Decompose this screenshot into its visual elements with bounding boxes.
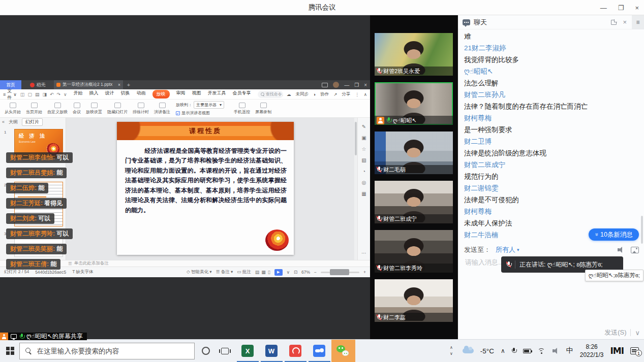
wps-user-avatar[interactable] xyxy=(333,82,339,88)
more-menu-icon[interactable]: ⋮ xyxy=(355,92,359,97)
cloud-sync-icon[interactable]: ☁ xyxy=(287,92,291,97)
start-button[interactable] xyxy=(6,347,14,355)
slide-sorter-icon[interactable]: ▦ xyxy=(261,270,266,275)
tray-expand-icon[interactable]: ∧ xyxy=(501,347,505,354)
volume-icon[interactable] xyxy=(553,348,560,354)
more-tools-icon[interactable]: ⋯ xyxy=(361,250,366,256)
participant-tile[interactable]: 财二李蕊 xyxy=(375,279,453,322)
ribbon-tab[interactable]: 会员专享 xyxy=(233,90,251,98)
comment-button[interactable]: 批注 xyxy=(242,269,251,274)
normal-view-icon[interactable]: ▤ xyxy=(255,270,260,275)
ribbon-tab[interactable]: 审阅 xyxy=(176,90,186,98)
taskbar-app-appgallery[interactable] xyxy=(284,340,308,362)
taskbar-app-word[interactable]: W xyxy=(260,340,284,362)
ribbon-tab[interactable]: 插入 xyxy=(89,90,99,98)
ribbon-button[interactable]: 排练计时 xyxy=(130,102,151,116)
participant-tile[interactable]: ღ☝昭昭↖ xyxy=(375,82,453,125)
scrollbar-thumb[interactable] xyxy=(355,122,357,155)
collab-icon[interactable]: ◑ xyxy=(313,92,316,97)
share-label[interactable]: 分享 xyxy=(342,91,350,97)
ribbon-tab[interactable]: 切换 xyxy=(121,90,130,98)
ribbon-tab[interactable]: 开发工具 xyxy=(208,90,226,98)
print-preview-icon[interactable]: ◨ xyxy=(42,92,47,97)
chat-menu-icon[interactable]: ≡ xyxy=(632,15,644,29)
battery-icon[interactable] xyxy=(523,349,531,353)
ime-logo[interactable]: IMI xyxy=(610,346,624,356)
image-attach-icon[interactable] xyxy=(631,247,639,253)
play-options-icon[interactable]: ∨ xyxy=(287,270,290,275)
wps-minimize-icon[interactable]: — xyxy=(344,82,349,88)
zoom-out-icon[interactable]: − xyxy=(314,270,317,275)
collab-label[interactable]: 协作 xyxy=(320,91,329,97)
ime-indicator[interactable]: 中 xyxy=(566,346,573,355)
undo-icon[interactable]: ↶ xyxy=(50,92,54,97)
participant-tile[interactable]: 财二毛萌 xyxy=(375,131,453,174)
favorites-icon[interactable]: ☆ xyxy=(362,146,366,152)
notes-button[interactable]: 备注 xyxy=(221,269,230,274)
ribbon-button[interactable]: 当页开始 xyxy=(23,102,45,116)
action-center-icon[interactable]: 1 xyxy=(630,347,639,354)
taskbar-scroll-arrows[interactable]: ∧ ∨ xyxy=(450,346,453,356)
fit-window-icon[interactable]: ⊡ xyxy=(294,270,297,275)
ribbon-tab[interactable]: 放映 xyxy=(152,90,170,98)
gallery-icon[interactable]: ▦ xyxy=(361,191,366,196)
beautify-label[interactable]: 智能美化 xyxy=(191,269,208,274)
collapse-panel-icon[interactable]: « xyxy=(2,119,5,124)
taskbar-search[interactable] xyxy=(19,343,195,359)
taskbar-clock[interactable]: 8:26 2022/1/3 xyxy=(580,343,604,359)
ribbon-button[interactable]: 从头开始 xyxy=(2,102,23,116)
taskbar-app-wechat[interactable] xyxy=(331,340,355,362)
file-menu-button[interactable]: ≡ 文件 ∨ xyxy=(3,88,17,101)
taskbar-app-cloud[interactable] xyxy=(308,340,331,362)
reading-layout-icon[interactable] xyxy=(322,83,328,87)
layers-icon[interactable]: ▧ xyxy=(361,157,366,163)
send-options-icon[interactable]: ∨ xyxy=(635,329,640,337)
wps-restore-icon[interactable]: ❐ xyxy=(354,82,359,88)
ribbon-tab[interactable]: 动画 xyxy=(137,90,146,98)
tab-slides[interactable]: 幻灯片 xyxy=(22,118,43,126)
send-button[interactable]: 发送(S) ∨ xyxy=(604,328,640,337)
chat-scrollbar-thumb[interactable] xyxy=(641,216,643,244)
missing-font-label[interactable]: 缺失字体 xyxy=(76,269,94,274)
scroll-down-icon[interactable]: ∨ xyxy=(450,352,453,356)
display-selector[interactable]: 主要显示器 ▾ xyxy=(194,101,224,109)
taskbar-search-input[interactable] xyxy=(36,347,178,355)
ribbon-tab[interactable]: 开始 xyxy=(74,90,83,98)
ribbon-button[interactable]: 隐藏幻灯片 xyxy=(105,102,130,116)
slideshow-play-button[interactable]: ▶ xyxy=(274,269,283,276)
tray-mic-icon[interactable] xyxy=(512,348,516,354)
ribbon-button[interactable]: 放映设置 xyxy=(83,102,105,116)
ribbon-button[interactable]: 会议 xyxy=(70,102,83,116)
selection-icon[interactable]: ◎ xyxy=(362,180,366,185)
participant-tile[interactable]: 财管二班成宁 xyxy=(375,181,453,223)
zoom-slider-thumb[interactable] xyxy=(330,269,349,275)
speaker-icon[interactable] xyxy=(618,247,625,253)
properties-icon[interactable]: ▣ xyxy=(361,135,366,141)
ribbon-button[interactable]: 屏幕录制 xyxy=(253,102,274,116)
tab-outline[interactable]: 大纲 xyxy=(9,119,18,125)
zoom-in-icon[interactable]: + xyxy=(363,270,366,275)
wps-tab-document[interactable]: 第一章经济法概论2 1.pptx × xyxy=(54,80,123,89)
close-icon[interactable]: × xyxy=(635,4,639,12)
ribbon-button[interactable]: 自定义放映 xyxy=(45,102,70,116)
temperature-label[interactable]: -5°C xyxy=(480,347,494,355)
edit-icon[interactable]: ✎ xyxy=(362,124,366,129)
tab-close-icon[interactable]: × xyxy=(118,82,120,87)
history-icon[interactable]: ◔ xyxy=(362,169,365,174)
customize-toolbar-icon[interactable]: ∨ xyxy=(64,92,67,97)
participant-tile[interactable]: 财管二班李秀玲 xyxy=(375,230,453,273)
ribbon-tab[interactable]: 设计 xyxy=(105,90,114,98)
save-icon[interactable]: ◫ xyxy=(20,92,25,97)
zoom-slider[interactable] xyxy=(321,272,359,273)
task-view-icon[interactable] xyxy=(221,348,229,354)
wps-close-icon[interactable]: × xyxy=(364,82,367,88)
new-doc-icon[interactable]: ▢ xyxy=(27,92,32,97)
redo-icon[interactable]: ↷ xyxy=(56,92,60,97)
ribbon-button[interactable]: 演讲备注 xyxy=(151,102,173,116)
weather-icon[interactable] xyxy=(463,348,474,353)
collapse-ribbon-icon[interactable]: ∧ xyxy=(364,92,367,97)
share-icon[interactable]: ↗ xyxy=(333,92,337,97)
minimize-icon[interactable]: — xyxy=(600,4,607,12)
wps-tab-docer[interactable]: 稻壳 xyxy=(21,80,54,89)
scroll-up-icon[interactable]: ∧ xyxy=(450,346,453,350)
